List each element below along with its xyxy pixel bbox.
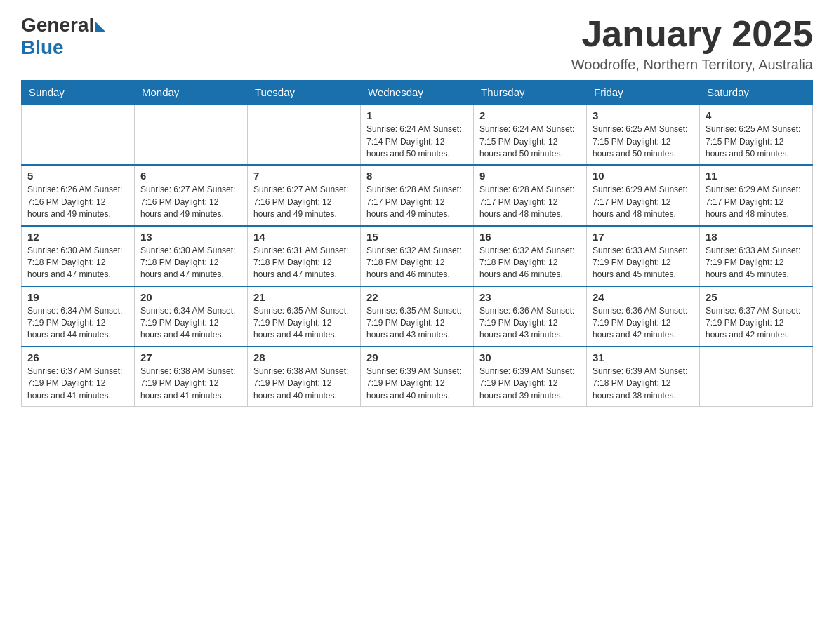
day-info: Sunrise: 6:39 AM Sunset: 7:19 PM Dayligh… [479,365,581,402]
calendar-cell: 29Sunrise: 6:39 AM Sunset: 7:19 PM Dayli… [361,347,474,407]
calendar-cell [700,347,813,407]
calendar-cell: 28Sunrise: 6:38 AM Sunset: 7:19 PM Dayli… [248,347,361,407]
calendar-cell: 26Sunrise: 6:37 AM Sunset: 7:19 PM Dayli… [22,347,135,407]
day-number: 7 [253,170,355,182]
day-info: Sunrise: 6:30 AM Sunset: 7:18 PM Dayligh… [140,245,241,281]
day-info: Sunrise: 6:35 AM Sunset: 7:19 PM Dayligh… [366,305,468,342]
calendar-week-row: 19Sunrise: 6:34 AM Sunset: 7:19 PM Dayli… [22,286,813,347]
day-number: 6 [140,170,241,182]
calendar-cell: 24Sunrise: 6:36 AM Sunset: 7:19 PM Dayli… [587,286,700,347]
day-info: Sunrise: 6:24 AM Sunset: 7:15 PM Dayligh… [479,123,581,160]
day-info: Sunrise: 6:35 AM Sunset: 7:19 PM Dayligh… [253,305,355,342]
day-number: 30 [479,351,581,363]
page-header: General Blue January 2025 Woodroffe, Nor… [21,14,813,73]
calendar-cell: 2Sunrise: 6:24 AM Sunset: 7:15 PM Daylig… [474,105,587,165]
day-info: Sunrise: 6:25 AM Sunset: 7:15 PM Dayligh… [706,123,807,160]
calendar-cell: 15Sunrise: 6:32 AM Sunset: 7:18 PM Dayli… [361,226,474,286]
day-number: 11 [706,170,807,182]
calendar-cell: 25Sunrise: 6:37 AM Sunset: 7:19 PM Dayli… [700,286,813,347]
day-info: Sunrise: 6:33 AM Sunset: 7:19 PM Dayligh… [593,245,694,281]
day-info: Sunrise: 6:39 AM Sunset: 7:18 PM Dayligh… [593,365,694,402]
day-number: 3 [593,109,694,121]
day-number: 17 [593,231,694,243]
day-number: 23 [479,291,581,303]
day-number: 31 [593,351,694,363]
logo-general-text: General [21,14,94,36]
day-number: 5 [27,170,128,182]
calendar-cell: 17Sunrise: 6:33 AM Sunset: 7:19 PM Dayli… [587,226,700,286]
calendar-cell: 16Sunrise: 6:32 AM Sunset: 7:18 PM Dayli… [474,226,587,286]
calendar-cell: 31Sunrise: 6:39 AM Sunset: 7:18 PM Dayli… [587,347,700,407]
calendar-cell: 10Sunrise: 6:29 AM Sunset: 7:17 PM Dayli… [587,165,700,225]
day-number: 24 [593,291,694,303]
day-info: Sunrise: 6:32 AM Sunset: 7:18 PM Dayligh… [366,245,468,281]
calendar-header-sunday: Sunday [22,81,135,105]
calendar-cell: 27Sunrise: 6:38 AM Sunset: 7:19 PM Dayli… [135,347,248,407]
calendar-cell: 1Sunrise: 6:24 AM Sunset: 7:14 PM Daylig… [361,105,474,165]
logo-triangle-icon [95,22,105,32]
day-info: Sunrise: 6:36 AM Sunset: 7:19 PM Dayligh… [479,305,581,342]
calendar-cell: 7Sunrise: 6:27 AM Sunset: 7:16 PM Daylig… [248,165,361,225]
day-info: Sunrise: 6:27 AM Sunset: 7:16 PM Dayligh… [253,184,355,220]
calendar-cell: 20Sunrise: 6:34 AM Sunset: 7:19 PM Dayli… [135,286,248,347]
calendar-cell: 5Sunrise: 6:26 AM Sunset: 7:16 PM Daylig… [22,165,135,225]
day-number: 27 [140,351,241,363]
month-title: January 2025 [571,14,813,54]
calendar-header-tuesday: Tuesday [248,81,361,105]
calendar-week-row: 26Sunrise: 6:37 AM Sunset: 7:19 PM Dayli… [22,347,813,407]
calendar-cell: 18Sunrise: 6:33 AM Sunset: 7:19 PM Dayli… [700,226,813,286]
day-info: Sunrise: 6:29 AM Sunset: 7:17 PM Dayligh… [593,184,694,220]
calendar-cell: 4Sunrise: 6:25 AM Sunset: 7:15 PM Daylig… [700,105,813,165]
day-number: 13 [140,231,241,243]
day-info: Sunrise: 6:24 AM Sunset: 7:14 PM Dayligh… [366,123,468,160]
calendar-header-row: SundayMondayTuesdayWednesdayThursdayFrid… [22,81,813,105]
calendar-header-saturday: Saturday [700,81,813,105]
calendar-cell [248,105,361,165]
calendar-cell: 21Sunrise: 6:35 AM Sunset: 7:19 PM Dayli… [248,286,361,347]
day-number: 25 [706,291,807,303]
day-number: 21 [253,291,355,303]
calendar-cell: 22Sunrise: 6:35 AM Sunset: 7:19 PM Dayli… [361,286,474,347]
calendar-cell: 6Sunrise: 6:27 AM Sunset: 7:16 PM Daylig… [135,165,248,225]
calendar-week-row: 12Sunrise: 6:30 AM Sunset: 7:18 PM Dayli… [22,226,813,286]
day-number: 14 [253,231,355,243]
calendar-cell: 12Sunrise: 6:30 AM Sunset: 7:18 PM Dayli… [22,226,135,286]
day-number: 4 [706,109,807,121]
day-info: Sunrise: 6:29 AM Sunset: 7:17 PM Dayligh… [706,184,807,220]
calendar-header-wednesday: Wednesday [361,81,474,105]
calendar-header-friday: Friday [587,81,700,105]
day-info: Sunrise: 6:38 AM Sunset: 7:19 PM Dayligh… [140,365,241,402]
calendar-cell: 11Sunrise: 6:29 AM Sunset: 7:17 PM Dayli… [700,165,813,225]
calendar-cell: 23Sunrise: 6:36 AM Sunset: 7:19 PM Dayli… [474,286,587,347]
calendar-cell: 30Sunrise: 6:39 AM Sunset: 7:19 PM Dayli… [474,347,587,407]
day-info: Sunrise: 6:31 AM Sunset: 7:18 PM Dayligh… [253,245,355,281]
day-number: 2 [479,109,581,121]
day-info: Sunrise: 6:39 AM Sunset: 7:19 PM Dayligh… [366,365,468,402]
day-number: 15 [366,231,468,243]
day-number: 8 [366,170,468,182]
day-info: Sunrise: 6:28 AM Sunset: 7:17 PM Dayligh… [479,184,581,220]
calendar-cell: 9Sunrise: 6:28 AM Sunset: 7:17 PM Daylig… [474,165,587,225]
calendar-cell: 14Sunrise: 6:31 AM Sunset: 7:18 PM Dayli… [248,226,361,286]
day-info: Sunrise: 6:25 AM Sunset: 7:15 PM Dayligh… [593,123,694,160]
day-info: Sunrise: 6:37 AM Sunset: 7:19 PM Dayligh… [27,365,128,402]
day-info: Sunrise: 6:37 AM Sunset: 7:19 PM Dayligh… [706,305,807,342]
calendar-cell: 3Sunrise: 6:25 AM Sunset: 7:15 PM Daylig… [587,105,700,165]
calendar-table: SundayMondayTuesdayWednesdayThursdayFrid… [21,80,813,407]
day-info: Sunrise: 6:27 AM Sunset: 7:16 PM Dayligh… [140,184,241,220]
day-number: 22 [366,291,468,303]
calendar-cell: 19Sunrise: 6:34 AM Sunset: 7:19 PM Dayli… [22,286,135,347]
day-number: 20 [140,291,241,303]
day-number: 16 [479,231,581,243]
day-info: Sunrise: 6:34 AM Sunset: 7:19 PM Dayligh… [140,305,241,342]
day-info: Sunrise: 6:28 AM Sunset: 7:17 PM Dayligh… [366,184,468,220]
calendar-cell: 13Sunrise: 6:30 AM Sunset: 7:18 PM Dayli… [135,226,248,286]
calendar-cell: 8Sunrise: 6:28 AM Sunset: 7:17 PM Daylig… [361,165,474,225]
day-number: 12 [27,231,128,243]
day-number: 9 [479,170,581,182]
calendar-week-row: 1Sunrise: 6:24 AM Sunset: 7:14 PM Daylig… [22,105,813,165]
calendar-header-monday: Monday [135,81,248,105]
calendar-cell [135,105,248,165]
day-number: 1 [366,109,468,121]
logo: General Blue [21,14,105,59]
